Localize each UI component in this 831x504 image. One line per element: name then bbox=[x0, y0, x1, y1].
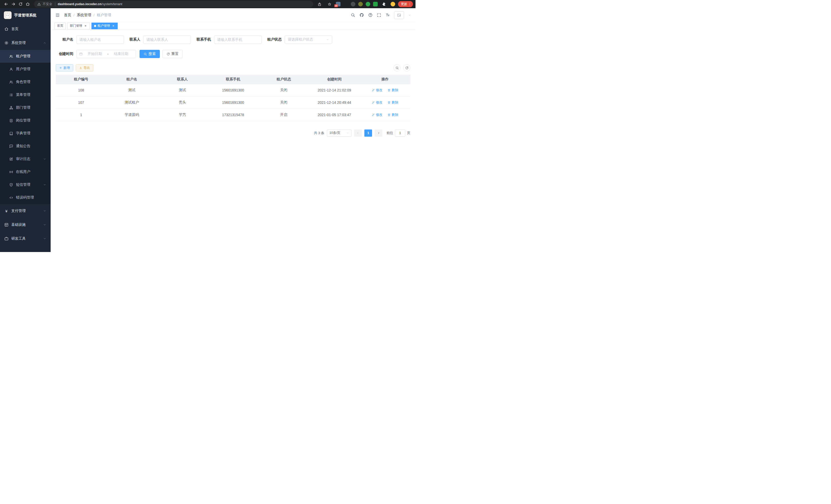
end-date-placeholder: 结束日期 bbox=[109, 52, 133, 56]
share-button[interactable] bbox=[316, 1, 323, 8]
extensions-menu-button[interactable] bbox=[380, 1, 388, 8]
sidebar-item-user[interactable]: 用户管理 bbox=[0, 63, 51, 76]
col-contact: 联系人 bbox=[157, 75, 208, 84]
help-button[interactable] bbox=[368, 13, 373, 17]
sidebar-item-devtools[interactable]: 研发工具 bbox=[0, 232, 51, 245]
date-range-picker[interactable]: 开始日期 - 结束日期 bbox=[76, 50, 136, 58]
book-icon bbox=[9, 131, 13, 136]
not-secure-warning-icon bbox=[37, 2, 41, 6]
sidebar-item-infra[interactable]: 基础设施 bbox=[0, 218, 51, 232]
github-button[interactable] bbox=[360, 13, 364, 17]
chevron-down-icon bbox=[43, 209, 46, 212]
address-bar[interactable]: 不安全 dashboard.yudao.iocoder.cn/system/te… bbox=[34, 1, 313, 7]
sidebar-item-post[interactable]: 岗位管理 bbox=[0, 114, 51, 127]
edit-link[interactable]: 修改 bbox=[372, 88, 382, 92]
avatar-dropdown-caret-icon[interactable] bbox=[408, 14, 411, 17]
browser-update-button[interactable]: 更新 bbox=[398, 1, 413, 7]
prev-page-button[interactable] bbox=[354, 129, 362, 137]
add-button[interactable]: 新增 bbox=[56, 64, 73, 71]
delete-link[interactable]: 删除 bbox=[388, 100, 398, 105]
tab-dept[interactable]: 部门管理× bbox=[67, 23, 90, 29]
phone-input[interactable] bbox=[214, 35, 262, 44]
table-toolbar: 新增 导出 bbox=[56, 64, 410, 71]
sidebar-item-menu[interactable]: 菜单管理 bbox=[0, 88, 51, 101]
sidebar-item-online-user[interactable]: 在线用户 bbox=[0, 166, 51, 178]
close-icon[interactable]: × bbox=[84, 24, 87, 28]
page-1-button[interactable]: 1 bbox=[364, 129, 372, 137]
table-row: 1 芋道源码 芋艿 17321315478 开启 2021-01-05 17:0… bbox=[56, 109, 410, 121]
sidebar-item-payment[interactable]: ¥ 支付管理 bbox=[0, 204, 51, 218]
sidebar-item-dict[interactable]: 字典管理 bbox=[0, 127, 51, 140]
browser-menu-icon[interactable] bbox=[408, 2, 412, 6]
refresh-table-button[interactable] bbox=[403, 64, 410, 71]
reset-button[interactable]: 重置 bbox=[163, 50, 183, 58]
breadcrumb-home[interactable]: 首页 bbox=[64, 13, 71, 18]
edit-icon bbox=[372, 89, 375, 92]
edit-link[interactable]: 修改 bbox=[372, 113, 382, 117]
fullscreen-button[interactable] bbox=[377, 13, 381, 17]
menu-fold-icon bbox=[55, 13, 60, 18]
extension-icon-5[interactable] bbox=[366, 2, 370, 6]
browser-profile-avatar[interactable] bbox=[391, 2, 395, 6]
tenant-name-input[interactable] bbox=[76, 35, 124, 44]
page-size-select[interactable]: 10条/页 bbox=[327, 129, 351, 137]
next-page-button[interactable] bbox=[375, 129, 382, 137]
calendar-icon bbox=[79, 52, 83, 56]
sidebar-item-audit-log[interactable]: 审计日志 bbox=[0, 153, 51, 166]
extension-icon-4[interactable] bbox=[358, 2, 363, 6]
refresh-icon bbox=[167, 52, 170, 56]
export-button[interactable]: 导出 bbox=[76, 64, 93, 71]
tenant-name-label: 租户名 bbox=[56, 37, 76, 42]
bookmark-button[interactable] bbox=[326, 1, 333, 8]
goto-page-input[interactable] bbox=[395, 129, 405, 137]
chevron-down-icon bbox=[43, 157, 46, 160]
breadcrumb-system[interactable]: 系统管理 bbox=[77, 13, 91, 18]
edit-link[interactable]: 修改 bbox=[372, 100, 382, 105]
sidebar-collapse-button[interactable] bbox=[55, 13, 60, 18]
sidebar-item-system[interactable]: 系统管理 bbox=[0, 36, 51, 50]
menu-list-icon bbox=[9, 93, 13, 97]
close-icon[interactable]: × bbox=[112, 24, 115, 28]
font-size-button[interactable] bbox=[385, 13, 390, 17]
delete-link[interactable]: 删除 bbox=[388, 88, 398, 92]
extension-icon-3[interactable] bbox=[351, 2, 355, 6]
extension-icon-1[interactable]: 10 bbox=[336, 2, 341, 6]
goto-prefix: 前往 bbox=[386, 131, 393, 136]
browser-back-button[interactable] bbox=[3, 1, 10, 8]
sidebar-item-dept[interactable]: 部门管理 bbox=[0, 101, 51, 114]
delete-link[interactable]: 删除 bbox=[388, 113, 398, 117]
sidebar-menu: 首页 系统管理 租户管理 用户管理 角色管理 bbox=[0, 22, 51, 252]
chevron-left-icon bbox=[356, 131, 360, 135]
extension-icon-6[interactable] bbox=[373, 2, 378, 6]
sidebar-item-notice[interactable]: 通知公告 bbox=[0, 140, 51, 153]
user-icon bbox=[9, 67, 13, 71]
user-avatar[interactable] bbox=[394, 11, 404, 19]
browser-chrome: 不安全 dashboard.yudao.iocoder.cn/system/te… bbox=[0, 0, 416, 8]
browser-reload-button[interactable] bbox=[17, 1, 24, 8]
sidebar-item-tenant[interactable]: 租户管理 bbox=[0, 50, 51, 63]
extension-icon-2[interactable] bbox=[343, 2, 348, 6]
tab-tenant[interactable]: 租户管理× bbox=[91, 23, 118, 29]
status-select[interactable]: 请选择租户状态 bbox=[285, 35, 332, 44]
tab-home[interactable]: 首页 bbox=[55, 23, 66, 29]
home-icon bbox=[26, 2, 30, 6]
browser-forward-button[interactable] bbox=[10, 1, 17, 8]
online-icon bbox=[9, 170, 13, 174]
col-tenant-id: 租户编号 bbox=[56, 75, 106, 84]
badge-icon bbox=[9, 119, 13, 122]
toolbox-icon bbox=[4, 237, 8, 241]
chevron-down-icon bbox=[346, 132, 349, 135]
search-button[interactable]: 搜索 bbox=[140, 50, 160, 58]
sidebar-item-role[interactable]: 角色管理 bbox=[0, 76, 51, 88]
toggle-search-button[interactable] bbox=[393, 64, 401, 71]
refresh-icon bbox=[405, 66, 408, 69]
chevron-down-icon bbox=[43, 237, 46, 240]
sidebar-item-home[interactable]: 首页 bbox=[0, 22, 51, 36]
browser-home-button[interactable] bbox=[24, 1, 31, 8]
contact-input[interactable] bbox=[143, 35, 191, 44]
sidebar-item-error-code[interactable]: 错误码管理 bbox=[0, 191, 51, 204]
header-search-button[interactable] bbox=[351, 13, 355, 17]
omnibox-divider bbox=[55, 2, 55, 6]
sidebar-item-sms[interactable]: 短信管理 bbox=[0, 178, 51, 191]
date-range-separator: - bbox=[107, 52, 109, 56]
